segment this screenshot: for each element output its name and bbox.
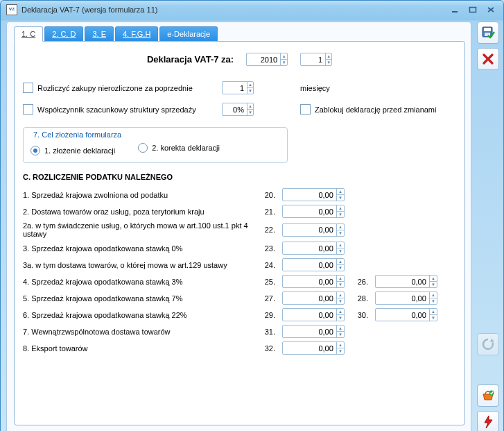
tab-1c[interactable]: 1. C — [14, 26, 43, 42]
refresh-button[interactable] — [477, 333, 499, 355]
spinner-arrows[interactable]: ▲▼ — [247, 103, 253, 115]
tab-2cd[interactable]: 2. C, D — [44, 26, 83, 41]
spinner-arrows[interactable]: ▲▼ — [429, 276, 437, 287]
arrow-down-icon[interactable]: ▼ — [337, 298, 344, 304]
spinner-arrows[interactable]: ▲▼ — [336, 205, 344, 217]
basket-button[interactable] — [477, 384, 499, 407]
value-field[interactable] — [283, 326, 336, 337]
arrow-up-icon[interactable]: ▲ — [337, 205, 344, 212]
spinner-arrows[interactable]: ▲▼ — [336, 276, 344, 287]
checkbox-wspolczynnik[interactable] — [23, 104, 33, 115]
value-field[interactable] — [283, 189, 336, 201]
row-value-input[interactable]: ▲▼ — [282, 325, 345, 338]
month-value[interactable] — [301, 53, 325, 65]
arrow-down-icon[interactable]: ▼ — [247, 110, 253, 115]
tab-4fgh[interactable]: 4. F,G,H — [115, 26, 158, 41]
radio-zlozenie[interactable]: 1. złożenie deklaracji — [31, 146, 115, 155]
arrow-down-icon[interactable]: ▼ — [337, 332, 344, 337]
row-value-input[interactable]: ▲▼ — [282, 258, 345, 271]
arrow-up-icon[interactable]: ▲ — [337, 309, 344, 315]
spinner-arrows[interactable]: ▲▼ — [325, 53, 331, 65]
arrow-down-icon[interactable]: ▼ — [337, 315, 344, 321]
arrow-down-icon[interactable]: ▼ — [430, 298, 437, 304]
arrow-up-icon[interactable]: ▲ — [247, 103, 253, 110]
arrow-up-icon[interactable]: ▲ — [430, 309, 437, 315]
value-field[interactable] — [283, 276, 336, 287]
year-input[interactable]: ▲▼ — [246, 53, 288, 66]
arrow-up-icon[interactable]: ▲ — [337, 276, 344, 282]
row-value-input[interactable]: ▲▼ — [282, 242, 345, 255]
arrow-down-icon[interactable]: ▼ — [337, 195, 344, 201]
value-field[interactable] — [283, 205, 336, 217]
arrow-up-icon[interactable]: ▲ — [281, 53, 287, 60]
minimize-button[interactable] — [446, 4, 463, 15]
spinner-arrows[interactable]: ▲▼ — [336, 342, 344, 354]
arrow-down-icon[interactable]: ▼ — [337, 212, 344, 217]
arrow-up-icon[interactable]: ▲ — [247, 82, 253, 88]
arrow-down-icon[interactable]: ▼ — [337, 265, 344, 271]
arrow-down-icon[interactable]: ▼ — [337, 348, 344, 354]
row-value-input[interactable]: ▲▼ — [282, 275, 345, 288]
wspolczynnik-value[interactable] — [223, 103, 247, 115]
spinner-arrows[interactable]: ▲▼ — [280, 53, 287, 65]
arrow-down-icon[interactable]: ▼ — [430, 282, 437, 287]
rozlicz-months-value[interactable] — [223, 82, 247, 94]
row-value-input[interactable]: ▲▼ — [282, 291, 345, 305]
tab-edeklaracje[interactable]: e-Deklaracje — [159, 26, 218, 41]
bolt-button[interactable] — [477, 411, 499, 431]
spinner-arrows[interactable]: ▲▼ — [336, 309, 344, 321]
row-value-input[interactable]: ▲▼ — [375, 308, 437, 321]
arrow-down-icon[interactable]: ▼ — [337, 230, 344, 236]
wspolczynnik-input[interactable]: ▲▼ — [222, 103, 254, 116]
spinner-arrows[interactable]: ▲▼ — [336, 292, 344, 304]
arrow-up-icon[interactable]: ▲ — [430, 292, 437, 298]
value-field[interactable] — [283, 259, 336, 271]
row-value-input[interactable]: ▲▼ — [282, 188, 345, 201]
arrow-up-icon[interactable]: ▲ — [337, 259, 344, 265]
spinner-arrows[interactable]: ▲▼ — [247, 82, 253, 94]
row-value-input[interactable]: ▲▼ — [375, 275, 437, 288]
arrow-down-icon[interactable]: ▼ — [326, 60, 331, 65]
year-value[interactable] — [247, 53, 280, 65]
delete-button[interactable] — [477, 48, 499, 70]
spinner-arrows[interactable]: ▲▼ — [336, 242, 344, 254]
arrow-up-icon[interactable]: ▲ — [337, 326, 344, 332]
save-button[interactable] — [477, 22, 499, 44]
row-value-input[interactable]: ▲▼ — [282, 205, 345, 218]
rozlicz-months-input[interactable]: ▲▼ — [222, 81, 254, 94]
arrow-down-icon[interactable]: ▼ — [281, 60, 287, 65]
value-field[interactable] — [283, 242, 336, 254]
tab-3e[interactable]: 3. E — [85, 26, 114, 41]
arrow-up-icon[interactable]: ▲ — [430, 276, 437, 282]
row-value-input[interactable]: ▲▼ — [282, 223, 345, 237]
arrow-up-icon[interactable]: ▲ — [326, 53, 331, 60]
spinner-arrows[interactable]: ▲▼ — [336, 259, 344, 271]
arrow-up-icon[interactable]: ▲ — [337, 224, 344, 230]
spinner-arrows[interactable]: ▲▼ — [336, 189, 344, 201]
maximize-button[interactable] — [464, 4, 481, 15]
arrow-down-icon[interactable]: ▼ — [337, 248, 344, 254]
month-input[interactable]: ▲▼ — [300, 53, 332, 66]
row-value-input[interactable]: ▲▼ — [282, 341, 345, 355]
value-field[interactable] — [376, 276, 429, 287]
value-field[interactable] — [283, 342, 336, 354]
value-field[interactable] — [283, 292, 336, 304]
checkbox-rozlicz[interactable] — [23, 83, 33, 93]
spinner-arrows[interactable]: ▲▼ — [429, 309, 437, 321]
arrow-down-icon[interactable]: ▼ — [430, 315, 437, 321]
row-value-input[interactable]: ▲▼ — [282, 308, 345, 321]
arrow-down-icon[interactable]: ▼ — [247, 88, 253, 94]
row-value-input[interactable]: ▲▼ — [375, 291, 437, 305]
arrow-up-icon[interactable]: ▲ — [337, 292, 344, 298]
spinner-arrows[interactable]: ▲▼ — [336, 224, 344, 236]
value-field[interactable] — [283, 309, 336, 321]
arrow-up-icon[interactable]: ▲ — [337, 242, 344, 248]
value-field[interactable] — [376, 292, 429, 304]
checkbox-zablokuj[interactable] — [300, 104, 311, 115]
radio-korekta[interactable]: 2. korekta deklaracji — [138, 143, 220, 153]
arrow-up-icon[interactable]: ▲ — [337, 342, 344, 348]
close-button[interactable] — [483, 4, 499, 15]
arrow-up-icon[interactable]: ▲ — [337, 189, 344, 195]
value-field[interactable] — [376, 309, 429, 321]
spinner-arrows[interactable]: ▲▼ — [429, 292, 437, 304]
